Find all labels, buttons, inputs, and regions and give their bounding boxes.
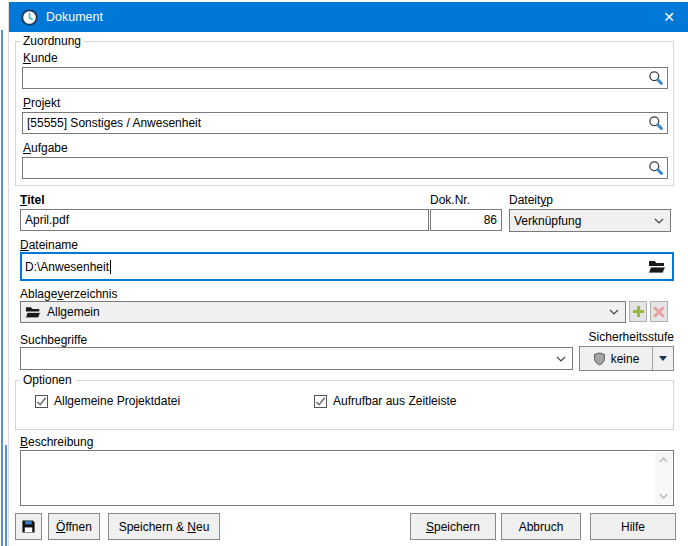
folder-open-icon[interactable] xyxy=(648,260,666,274)
abbruch-button[interactable]: Abbruch xyxy=(501,513,581,540)
folder-icon xyxy=(25,306,41,319)
titel-label: Titel xyxy=(20,193,44,207)
doknr-label: Dok.Nr. xyxy=(430,193,470,207)
close-icon: ✕ xyxy=(663,9,675,25)
ablageverzeichnis-label: Ablageverzeichnis xyxy=(20,287,117,301)
titel-field xyxy=(20,209,429,231)
checkbox-allgemeine-projektdatei[interactable]: Allgemeine Projektdatei xyxy=(35,394,180,408)
chevron-down-icon xyxy=(609,309,619,315)
aufgabe-label: Aufgabe xyxy=(23,141,68,155)
save-icon xyxy=(21,519,36,534)
search-icon[interactable] xyxy=(648,115,664,131)
aufgabe-field xyxy=(22,157,668,179)
save-icon-button[interactable] xyxy=(15,513,42,540)
dateiname-input[interactable]: D:\Anwesenheit xyxy=(20,252,674,281)
checkbox-label: Aufrufbar aus Zeitleiste xyxy=(333,394,456,408)
hilfe-button[interactable]: Hilfe xyxy=(590,513,676,540)
speichern-button[interactable]: Speichern xyxy=(410,513,496,540)
speichern-und-neu-label: Speichern & Neu xyxy=(119,520,210,534)
speichern-label: Speichern xyxy=(426,520,480,534)
doknr-field xyxy=(430,209,502,231)
projekt-label: Projekt xyxy=(23,96,60,110)
chevron-up-icon xyxy=(659,457,668,463)
remove-folder-button[interactable] xyxy=(650,301,668,322)
suchbegriffe-combo[interactable] xyxy=(20,347,573,370)
chevron-down-icon xyxy=(556,356,566,362)
dateityp-select[interactable]: Verknüpfung xyxy=(509,209,671,232)
shield-icon xyxy=(593,352,606,366)
sicherheitsstufe-value: keine xyxy=(611,352,640,366)
checkbox-box[interactable] xyxy=(314,395,327,408)
dropdown-arrow-icon xyxy=(659,356,667,361)
optionen-legend: Optionen xyxy=(20,373,75,387)
abbruch-label: Abbruch xyxy=(519,520,564,534)
vertical-scrollbar[interactable] xyxy=(655,452,672,504)
clock-app-icon xyxy=(21,9,38,26)
kunde-label: Kunde xyxy=(23,51,58,65)
sicherheitsstufe-label: Sicherheitsstufe xyxy=(579,330,674,344)
aufgabe-input[interactable] xyxy=(23,158,667,178)
checkbox-label: Allgemeine Projektdatei xyxy=(54,394,180,408)
beschreibung-label: Beschreibung xyxy=(20,435,93,449)
add-folder-button[interactable] xyxy=(629,301,647,322)
dateiname-value: D:\Anwesenheit xyxy=(25,260,109,274)
hilfe-label: Hilfe xyxy=(621,520,645,534)
plus-icon xyxy=(632,305,645,318)
dateiname-label: Dateiname xyxy=(20,238,78,252)
window-title: Dokument xyxy=(46,10,103,24)
search-icon[interactable] xyxy=(648,160,664,176)
sicherheitsstufe-button[interactable]: keine xyxy=(579,346,674,371)
sicherheitsstufe-dropdown[interactable] xyxy=(652,347,673,370)
search-icon[interactable] xyxy=(648,70,664,86)
oeffnen-button[interactable]: Öffnen xyxy=(48,513,100,540)
chevron-down-icon xyxy=(654,218,664,224)
zuordnung-legend: Zuordnung xyxy=(20,34,84,48)
checkbox-box[interactable] xyxy=(35,395,48,408)
background-window-edge xyxy=(5,445,7,546)
speichern-und-neu-button[interactable]: Speichern & Neu xyxy=(108,513,220,540)
checkmark-icon xyxy=(36,396,47,407)
scroll-down-button[interactable] xyxy=(655,488,672,504)
suchbegriffe-label: Suchbegriffe xyxy=(20,333,87,347)
dateityp-value: Verknüpfung xyxy=(514,214,581,228)
projekt-field xyxy=(22,112,668,134)
sicherheitsstufe-main[interactable]: keine xyxy=(580,347,652,370)
checkbox-aufrufbar-aus-zeitleiste[interactable]: Aufrufbar aus Zeitleiste xyxy=(314,394,456,408)
projekt-input[interactable] xyxy=(23,113,667,133)
chevron-down-icon xyxy=(659,493,668,499)
dateityp-label: Dateityp xyxy=(509,193,553,207)
close-button[interactable]: ✕ xyxy=(649,2,688,32)
checkmark-icon xyxy=(315,396,326,407)
scroll-up-button[interactable] xyxy=(655,452,672,468)
text-caret xyxy=(110,260,111,274)
titlebar: Dokument ✕ xyxy=(9,2,688,32)
kunde-input[interactable] xyxy=(23,68,667,88)
background-window-edge xyxy=(1,30,3,546)
ablageverzeichnis-select[interactable]: Allgemein xyxy=(20,301,626,323)
doknr-input[interactable] xyxy=(431,210,501,230)
beschreibung-textarea[interactable] xyxy=(20,450,674,506)
x-icon xyxy=(653,306,665,318)
ablageverzeichnis-value: Allgemein xyxy=(47,305,100,319)
dokument-dialog: Dokument ✕ Zuordnung Kunde Projekt Aufga… xyxy=(8,2,688,546)
oeffnen-label: Öffnen xyxy=(56,520,92,534)
kunde-field xyxy=(22,67,668,89)
titel-input[interactable] xyxy=(21,210,428,230)
